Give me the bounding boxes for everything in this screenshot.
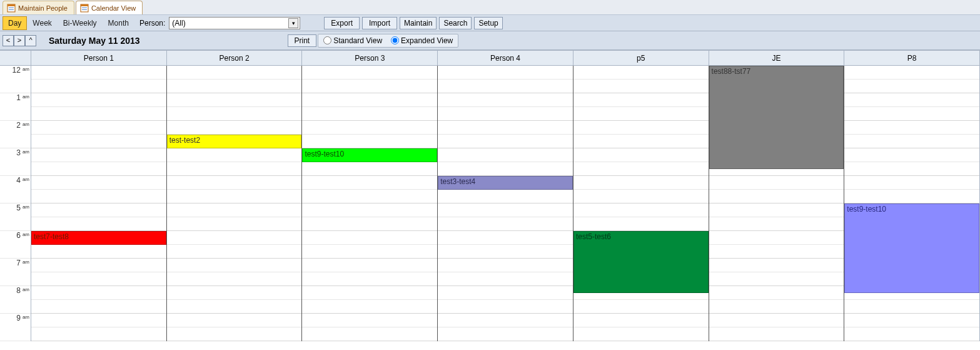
time-slot[interactable] [31, 217, 166, 231]
import-button[interactable]: Import [362, 17, 397, 29]
time-slot[interactable] [167, 327, 302, 341]
time-slot[interactable] [302, 314, 437, 327]
time-slot[interactable] [302, 93, 437, 107]
time-slot[interactable] [31, 121, 166, 135]
time-slot[interactable] [844, 327, 979, 341]
time-slot[interactable] [709, 314, 844, 327]
time-slot[interactable] [31, 245, 166, 259]
time-slot[interactable] [31, 190, 166, 203]
time-slot[interactable] [438, 231, 573, 245]
time-slot[interactable] [844, 93, 979, 107]
range-week[interactable]: Week [27, 16, 57, 30]
time-slot[interactable] [302, 80, 437, 93]
time-slot[interactable] [167, 80, 302, 93]
time-slot[interactable] [844, 190, 979, 203]
time-slot[interactable] [573, 300, 709, 314]
time-slot[interactable] [438, 300, 573, 314]
day-column[interactable]: test5-test6 [573, 66, 709, 341]
time-slot[interactable] [302, 231, 437, 245]
range-biweekly[interactable]: Bi-Weekly [58, 16, 103, 30]
calendar-event[interactable]: test7-test8 [31, 231, 166, 245]
time-slot[interactable] [167, 162, 302, 176]
time-slot[interactable] [573, 190, 709, 203]
time-slot[interactable] [167, 93, 302, 107]
time-slot[interactable] [709, 245, 844, 259]
range-day[interactable]: Day [3, 16, 27, 30]
tab-maintain-people[interactable]: Maintain People [3, 1, 74, 14]
time-slot[interactable] [302, 259, 437, 272]
time-slot[interactable] [709, 176, 844, 190]
time-slot[interactable] [573, 203, 709, 217]
time-slot[interactable] [167, 314, 302, 327]
next-button[interactable]: > [14, 35, 25, 46]
time-slot[interactable] [302, 286, 437, 300]
up-button[interactable]: ^ [25, 35, 36, 46]
prev-button[interactable]: < [3, 35, 14, 46]
export-button[interactable]: Export [324, 17, 360, 29]
time-slot[interactable] [844, 148, 979, 162]
calendar-event[interactable]: test3-test4 [438, 176, 573, 190]
time-slot[interactable] [573, 327, 709, 341]
time-slot[interactable] [573, 314, 709, 327]
time-slot[interactable] [438, 245, 573, 259]
time-slot[interactable] [844, 135, 979, 148]
time-slot[interactable] [302, 121, 437, 135]
day-column[interactable]: test3-test4 [438, 66, 573, 341]
calendar-event[interactable]: test9-test10 [844, 203, 979, 293]
day-column[interactable]: test-test2 [167, 66, 303, 341]
time-slot[interactable] [31, 286, 166, 300]
time-slot[interactable] [167, 121, 302, 135]
time-slot[interactable] [709, 203, 844, 217]
time-slot[interactable] [167, 245, 302, 259]
day-column[interactable]: test9-test10 [844, 66, 980, 341]
time-slot[interactable] [167, 272, 302, 286]
time-slot[interactable] [844, 121, 979, 135]
time-slot[interactable] [31, 272, 166, 286]
time-slot[interactable] [167, 217, 302, 231]
time-slot[interactable] [844, 162, 979, 176]
search-button[interactable]: Search [439, 17, 472, 29]
time-slot[interactable] [302, 176, 437, 190]
calendar-event[interactable]: test9-test10 [302, 148, 437, 162]
time-slot[interactable] [302, 217, 437, 231]
time-slot[interactable] [438, 259, 573, 272]
maintain-button[interactable]: Maintain [400, 17, 437, 29]
calendar-event[interactable]: test5-test6 [573, 231, 709, 293]
time-slot[interactable] [31, 314, 166, 327]
time-slot[interactable] [167, 148, 302, 162]
time-slot[interactable] [31, 259, 166, 272]
expanded-view-input[interactable] [391, 36, 399, 44]
time-slot[interactable] [302, 162, 437, 176]
time-slot[interactable] [302, 300, 437, 314]
time-slot[interactable] [31, 203, 166, 217]
time-slot[interactable] [573, 107, 709, 121]
time-slot[interactable] [438, 148, 573, 162]
time-slot[interactable] [709, 300, 844, 314]
time-slot[interactable] [438, 203, 573, 217]
time-slot[interactable] [302, 203, 437, 217]
time-slot[interactable] [709, 217, 844, 231]
time-slot[interactable] [302, 272, 437, 286]
time-slot[interactable] [709, 327, 844, 341]
time-slot[interactable] [438, 286, 573, 300]
time-slot[interactable] [31, 107, 166, 121]
time-slot[interactable] [844, 300, 979, 314]
time-slot[interactable] [302, 135, 437, 148]
time-slot[interactable] [167, 176, 302, 190]
print-button[interactable]: Print [288, 34, 317, 47]
time-slot[interactable] [709, 286, 844, 300]
time-slot[interactable] [844, 80, 979, 93]
time-slot[interactable] [573, 217, 709, 231]
time-slot[interactable] [438, 217, 573, 231]
day-column[interactable]: test88-tst77 [709, 66, 845, 341]
time-slot[interactable] [167, 300, 302, 314]
time-slot[interactable] [302, 245, 437, 259]
time-slot[interactable] [573, 66, 709, 80]
time-slot[interactable] [438, 93, 573, 107]
time-slot[interactable] [438, 66, 573, 80]
time-slot[interactable] [167, 107, 302, 121]
tab-calendar-view[interactable]: Calendar View [76, 1, 143, 14]
time-slot[interactable] [438, 121, 573, 135]
time-slot[interactable] [573, 93, 709, 107]
time-slot[interactable] [438, 107, 573, 121]
